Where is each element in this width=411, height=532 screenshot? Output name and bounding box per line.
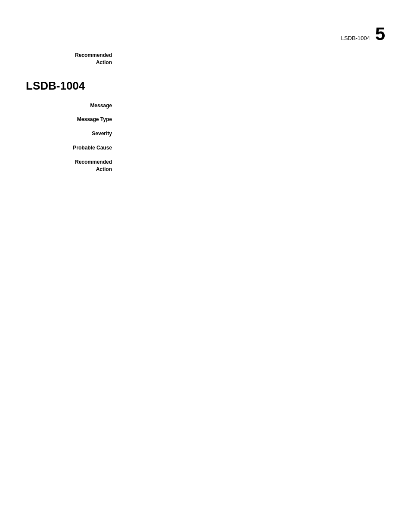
message-type-label-col: Message Type [26, 116, 112, 123]
probable-cause-label-col: Probable Cause [26, 144, 112, 152]
section-title: LSDB-1004 [26, 79, 396, 93]
severity-label: Severity [26, 130, 112, 137]
message-label-col: Message [26, 102, 112, 109]
message-label: Message [26, 102, 112, 109]
severity-label-col: Severity [26, 130, 112, 137]
top-recommended-label-line2: Action [26, 59, 112, 66]
content-area: Recommended Action LSDB-1004 Message Mes… [26, 47, 396, 180]
probable-cause-label: Probable Cause [26, 144, 112, 152]
message-type-row: Message Type [26, 116, 396, 123]
recommended-action-label-line2: Action [26, 166, 112, 173]
header-number: 5 [375, 24, 385, 44]
recommended-action-label-line1: Recommended [26, 159, 112, 166]
header-area: LSDB-1004 5 [341, 24, 385, 44]
top-recommended-label-line1: Recommended [26, 52, 112, 59]
top-recommended-action-section: Recommended Action [26, 52, 396, 66]
severity-row: Severity [26, 130, 396, 137]
recommended-action-row: Recommended Action [26, 159, 396, 173]
top-recommended-action-label: Recommended Action [26, 52, 112, 66]
message-row: Message [26, 102, 396, 109]
header-code: LSDB-1004 [341, 35, 370, 41]
message-type-label: Message Type [26, 116, 112, 123]
recommended-action-label-col: Recommended Action [26, 159, 112, 173]
probable-cause-row: Probable Cause [26, 144, 396, 152]
top-recommended-action-row: Recommended Action [26, 52, 396, 66]
